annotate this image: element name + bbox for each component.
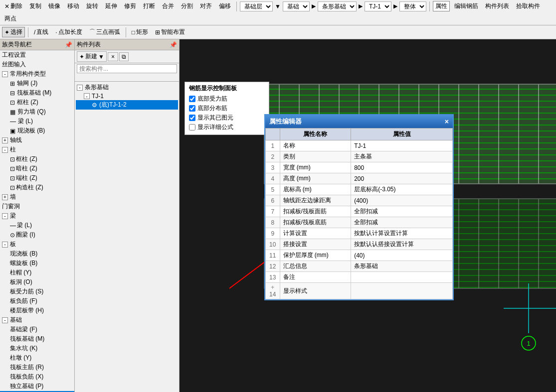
row-value[interactable] xyxy=(351,283,453,299)
sidebar-item-beam[interactable]: — 梁 (L) xyxy=(0,117,74,126)
two-point-tab[interactable]: 两点 xyxy=(2,13,19,24)
strip-base-collapse[interactable]: - xyxy=(77,85,83,91)
base-layer-dropdown[interactable]: 基础层 xyxy=(240,1,273,11)
offset-btn[interactable]: 偏移 xyxy=(216,1,233,11)
sidebar-item-ring-beam[interactable]: ⊙ 圈梁 (I) xyxy=(0,230,74,240)
property-tab[interactable]: 属性 xyxy=(433,1,450,11)
sidebar-item-collection-pit[interactable]: 集水坑 (K) xyxy=(0,344,74,353)
merge-btn[interactable]: 合并 xyxy=(160,1,177,11)
sidebar-item-common[interactable]: - 常用构件类型 xyxy=(0,69,74,79)
delete-btn[interactable]: ✕ 删除 xyxy=(2,1,25,11)
tree-di-tj-1-2[interactable]: ⚙ (底)TJ-1-2 xyxy=(76,100,178,110)
sidebar-item-pile-cap[interactable]: 柱墩 (Y) xyxy=(0,353,74,363)
rebar-item-show-existing[interactable]: 显示其已图元 xyxy=(189,114,265,122)
mirror-btn[interactable]: 镜像 xyxy=(46,1,63,11)
row-value[interactable]: 200 xyxy=(351,173,453,184)
tree-strip-base[interactable]: - 条形基础 xyxy=(76,83,178,92)
copy-btn[interactable]: 复制 xyxy=(27,1,44,11)
sidebar-item-door-window[interactable]: 门窗洞 xyxy=(0,202,74,211)
bottom-bearing-checkbox[interactable] xyxy=(189,96,195,102)
row-value[interactable]: 条形基础 xyxy=(351,261,453,272)
smart-layout-btn[interactable]: ⊞ 智能布置 xyxy=(153,27,187,37)
tj1-collapse[interactable]: - xyxy=(84,93,90,99)
column-collapse[interactable]: - xyxy=(2,147,8,153)
beam-group-collapse[interactable]: - xyxy=(2,213,8,219)
sidebar-item-silk-input[interactable]: 丝图输入 xyxy=(0,60,74,69)
move-btn[interactable]: 移动 xyxy=(65,1,82,11)
sidebar-item-slab-group[interactable]: - 板 xyxy=(0,240,74,249)
search-input[interactable] xyxy=(77,64,177,73)
split-btn[interactable]: 分割 xyxy=(179,1,195,11)
cad-viewport[interactable]: 1 钢筋显示控制面板 底部受力筋 底部分布筋 显示其已图元 xyxy=(180,39,556,392)
row-value[interactable]: 全部扣减 xyxy=(351,217,453,228)
rebar-item-bottom-bearing[interactable]: 底部受力筋 xyxy=(189,95,265,103)
tree-tj1[interactable]: - TJ-1 xyxy=(76,92,178,100)
row-value[interactable]: 层底标高(-3.05) xyxy=(351,184,453,195)
sidebar-item-gouzaozhu[interactable]: ⊡ 构造柱 (Z) xyxy=(0,183,74,192)
point-length-btn[interactable]: · 点加长度 xyxy=(53,27,84,37)
copy-component-btn[interactable]: ⧉ xyxy=(119,52,129,61)
sidebar-item-wall[interactable]: + 墙 xyxy=(0,192,74,202)
row-value[interactable]: 全部扣减 xyxy=(351,206,453,217)
slab-group-collapse[interactable]: - xyxy=(2,242,8,248)
row-value[interactable]: (400) xyxy=(351,195,453,206)
sidebar-item-beam-l[interactable]: — 梁 (L) xyxy=(0,221,74,230)
base-dropdown[interactable]: 基础 xyxy=(283,1,310,11)
sidebar-pin-icon[interactable]: 📌 xyxy=(65,41,72,48)
rotate-btn[interactable]: 旋转 xyxy=(84,1,101,11)
sidebar-item-raft-neg[interactable]: 筏板负筋 (X) xyxy=(0,372,74,382)
rect-btn[interactable]: □ 矩形 xyxy=(129,27,151,37)
sidebar-item-raft-main[interactable]: 筏板主筋 (R) xyxy=(0,363,74,372)
sidebar-item-cast-slab[interactable]: 现浇板 (B) xyxy=(0,249,74,259)
sidebar-item-open-slab[interactable]: 板洞 (O) xyxy=(0,277,74,287)
select-btn[interactable]: ✦ 选择 xyxy=(2,27,25,37)
sidebar-item-proj-settings[interactable]: 工程设置 xyxy=(0,50,74,60)
show-existing-checkbox[interactable] xyxy=(189,115,195,121)
row-value[interactable]: (40) xyxy=(351,250,453,261)
sidebar-item-spiral-slab[interactable]: 螺旋板 (B) xyxy=(0,259,74,268)
edit-rebar-tab[interactable]: 编辑钢筋 xyxy=(452,1,481,11)
new-component-btn[interactable]: ✦ 新建 ▼ xyxy=(77,51,107,62)
axis-collapse[interactable]: + xyxy=(2,137,8,143)
sidebar-item-duanzhu[interactable]: ⊡ 端柱 (Z) xyxy=(0,173,74,183)
sidebar-item-col-hat[interactable]: 柱帽 (Y) xyxy=(0,268,74,277)
line-btn[interactable]: / 直线 xyxy=(31,27,51,37)
bottom-dist-checkbox[interactable] xyxy=(189,105,195,112)
wall-collapse[interactable]: + xyxy=(2,194,8,200)
extend-btn[interactable]: 延伸 xyxy=(103,1,120,11)
delete-component-btn[interactable]: × xyxy=(108,52,118,61)
align-btn[interactable]: 对齐 xyxy=(197,1,214,11)
expand-icon[interactable]: + xyxy=(271,284,274,291)
rebar-item-bottom-dist[interactable]: 底部分布筋 xyxy=(189,104,265,113)
sidebar-item-floor-slab[interactable]: ▣ 现浇板 (B) xyxy=(0,126,74,135)
sidebar-item-slab-neg[interactable]: 板负筋 (F) xyxy=(0,296,74,306)
sidebar-item-axis[interactable]: + 轴线 xyxy=(0,135,74,145)
sidebar-item-foundation-beam[interactable]: 基础梁 (F) xyxy=(0,325,74,334)
component-list-tab[interactable]: 构件列表 xyxy=(483,1,512,11)
strip-base-dropdown[interactable]: 条形基础 xyxy=(318,1,357,11)
row-value[interactable] xyxy=(351,272,453,283)
row-value[interactable]: 按默认计算设置计算 xyxy=(351,228,453,239)
sidebar-item-frame-col[interactable]: ⊡ 框柱 (Z) xyxy=(0,154,74,164)
sidebar-item-foundation[interactable]: - 基础 xyxy=(0,315,74,325)
row-value[interactable]: 按默认认搭接设置计算 xyxy=(351,239,453,250)
sidebar-item-anzu[interactable]: ⊡ 暗柱 (Z) xyxy=(0,164,74,173)
sidebar-item-frame[interactable]: ⊡ 框柱 (Z) xyxy=(0,98,74,107)
whole-dropdown[interactable]: 整体 xyxy=(399,1,426,11)
sidebar-item-beam-group[interactable]: - 梁 xyxy=(0,211,74,221)
sidebar-item-shear-wall[interactable]: ▦ 剪力墙 (Q) xyxy=(0,107,74,117)
sidebar-content[interactable]: 工程设置 丝图输入 - 常用构件类型 ⊞ 轴网 (J) ⊟ 筏板基础 (M) xyxy=(0,50,74,392)
sidebar-item-slab-bearing[interactable]: 板受力筋 (S) xyxy=(0,287,74,296)
common-collapse[interactable]: - xyxy=(2,71,8,77)
trim-btn[interactable]: 修剪 xyxy=(122,1,139,11)
row-value[interactable]: 800 xyxy=(351,162,453,173)
sidebar-item-axis-net[interactable]: ⊞ 轴网 (J) xyxy=(0,79,74,88)
row-value[interactable]: 主条基 xyxy=(351,151,453,162)
dialog-close-btn[interactable]: × xyxy=(445,118,449,126)
search-icon[interactable]: 🔍 xyxy=(75,73,75,80)
sidebar-item-slab-base[interactable]: ⊟ 筏板基础 (M) xyxy=(0,88,74,98)
sidebar-item-column[interactable]: - 柱 xyxy=(0,145,74,154)
pick-component-tab[interactable]: 拾取构件 xyxy=(514,1,543,11)
cut-btn[interactable]: 打断 xyxy=(141,1,158,11)
panel-pin-icon[interactable]: 📌 xyxy=(170,41,177,48)
